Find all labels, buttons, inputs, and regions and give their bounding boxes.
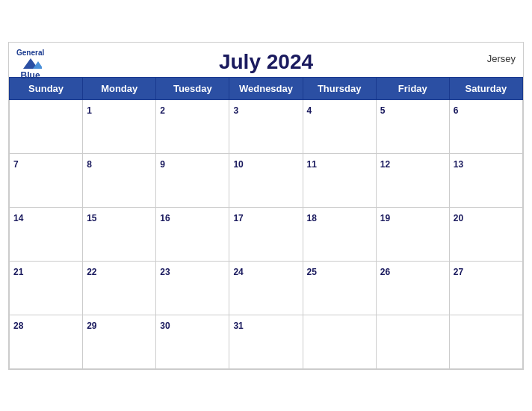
calendar-cell: 31 [229,315,303,368]
calendar-cell: 7 [10,153,83,207]
calendar-cell: 24 [229,261,303,315]
day-number: 29 [87,321,96,331]
day-number: 25 [307,267,317,277]
calendar-cell: 25 [303,261,376,315]
calendar-cell: 18 [303,207,376,261]
calendar-cell: 19 [376,207,449,261]
calendar-header: General Blue July 2024 Jersey [9,43,523,77]
logo-area: General Blue [16,49,44,81]
calendar-cell: 5 [376,99,449,153]
day-number: 6 [454,105,459,116]
day-number: 2 [160,105,165,116]
logo-general-text: General [16,49,44,57]
calendar-title: July 2024 [219,50,313,74]
day-number: 16 [160,213,170,223]
logo-icon [19,57,42,70]
day-number: 24 [233,267,243,277]
calendar-cell: 1 [83,99,156,153]
calendar-container: General Blue July 2024 Jersey Sunday Mon… [8,42,524,370]
day-number: 20 [454,213,463,223]
header-friday: Friday [376,77,449,99]
day-number: 27 [454,267,463,277]
day-number: 26 [380,267,390,277]
calendar-week-row: 78910111213 [10,153,523,207]
calendar-cell: 23 [156,261,229,315]
calendar-cell: 4 [303,99,376,153]
day-number: 3 [233,105,238,116]
day-number: 22 [87,267,96,277]
calendar-cell: 12 [376,153,449,207]
day-number: 30 [160,321,170,331]
header-saturday: Saturday [449,77,522,99]
day-number: 5 [380,105,386,116]
day-number: 13 [454,159,463,170]
day-number: 11 [307,159,317,170]
day-number: 21 [13,267,23,277]
calendar-cell: 28 [10,315,83,368]
calendar-table: Sunday Monday Tuesday Wednesday Thursday… [9,77,523,369]
calendar-cell: 11 [303,153,376,207]
calendar-cell: 9 [156,153,229,207]
weekday-header-row: Sunday Monday Tuesday Wednesday Thursday… [10,77,523,99]
calendar-week-row: 123456 [10,99,523,153]
day-number: 19 [380,213,390,223]
calendar-cell: 8 [83,153,156,207]
header-tuesday: Tuesday [156,77,229,99]
calendar-cell: 16 [156,207,229,261]
calendar-cell: 3 [229,99,303,153]
calendar-cell [376,315,449,368]
calendar-cell: 30 [156,315,229,368]
day-number: 10 [233,159,243,170]
header-monday: Monday [83,77,156,99]
calendar-cell [10,99,83,153]
day-number: 31 [233,321,243,331]
calendar-cell: 29 [83,315,156,368]
calendar-cell [449,315,522,368]
day-number: 28 [13,321,23,331]
calendar-cell: 14 [10,207,83,261]
day-number: 17 [233,213,243,223]
calendar-cell: 10 [229,153,303,207]
logo-blue-text: Blue [21,70,40,81]
day-number: 8 [87,159,92,170]
calendar-thead: Sunday Monday Tuesday Wednesday Thursday… [10,77,523,99]
header-wednesday: Wednesday [229,77,303,99]
day-number: 23 [160,267,170,277]
calendar-week-row: 21222324252627 [10,261,523,315]
day-number: 1 [87,105,92,116]
day-number: 15 [87,213,96,223]
calendar-cell: 22 [83,261,156,315]
day-number: 12 [380,159,390,170]
calendar-cell: 2 [156,99,229,153]
header-thursday: Thursday [303,77,376,99]
region-label: Jersey [487,53,516,64]
calendar-week-row: 28293031 [10,315,523,368]
calendar-cell: 13 [449,153,522,207]
calendar-cell: 15 [83,207,156,261]
day-number: 9 [160,159,165,170]
day-number: 7 [13,159,19,170]
day-number: 18 [307,213,317,223]
calendar-cell: 21 [10,261,83,315]
calendar-body: 1234567891011121314151617181920212223242… [10,99,523,368]
header-sunday: Sunday [10,77,83,99]
calendar-cell: 6 [449,99,522,153]
calendar-cell: 20 [449,207,522,261]
calendar-cell: 27 [449,261,522,315]
calendar-week-row: 14151617181920 [10,207,523,261]
calendar-cell: 17 [229,207,303,261]
day-number: 14 [13,213,23,223]
calendar-cell: 26 [376,261,449,315]
day-number: 4 [307,105,312,116]
calendar-cell [303,315,376,368]
